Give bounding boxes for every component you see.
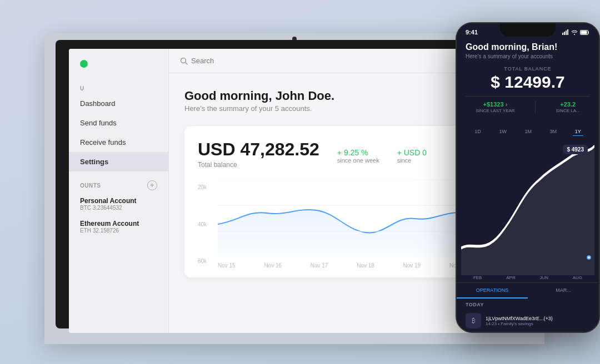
balance-stat1-block: + 9.25 % since one week	[337, 148, 379, 164]
phone-overlay: 9:41 Good morning, Brian! Here's a summa…	[456, 22, 600, 333]
chart-y-label-40k: 40k	[198, 221, 214, 228]
phone-stat1: +$1323 › SINCE LAST YEAR	[476, 101, 514, 113]
phone-battery-icon	[580, 30, 590, 35]
sidebar-accounts-header: OUNTS +	[69, 171, 168, 193]
phone-x-labels: FEB APR JUN AUG	[457, 275, 599, 282]
sidebar-item-receive-funds[interactable]: Receive funds	[69, 133, 168, 152]
phone-tab-operations[interactable]: OPERATIONS	[457, 283, 528, 299]
balance-stat1-value: + 9.25 %	[337, 148, 379, 157]
chart-x-label-0: Nov 15	[218, 262, 236, 269]
phone-chart-dot	[587, 255, 591, 260]
svg-line-1	[186, 62, 188, 64]
phone-status-icons	[562, 29, 590, 36]
sidebar-account-personal[interactable]: Personal Account BTC 3.23644532	[69, 193, 168, 215]
phone-notch	[500, 23, 556, 37]
balance-main-block: USD 47,282.52 Total balance	[198, 139, 319, 169]
balance-stat2-value: + USD 0	[397, 148, 427, 157]
phone-stat2-label: SINCE LA...	[556, 108, 580, 113]
phone-chart-area: $ 4923	[457, 139, 599, 275]
phone-tab-mar[interactable]: MAR...	[528, 283, 599, 299]
sidebar-logo	[69, 60, 168, 81]
phone-tx-name: 1jLVpwtNMfXWadEe3rE...(+3)	[486, 316, 590, 321]
sidebar-add-account-button[interactable]: +	[147, 180, 157, 190]
phone-tx-info: 1jLVpwtNMfXWadEe3rE...(+3) 14:23 • Famil…	[486, 316, 590, 326]
chart-y-label-60k: 60k	[198, 258, 214, 264]
phone-signal-icon	[562, 29, 569, 35]
balance-main-label: Total balance	[198, 161, 319, 169]
svg-rect-9	[567, 29, 568, 35]
chart-y-labels: 60k 40k 20k	[198, 180, 214, 269]
chart-x-label-3: Nov 18	[357, 262, 374, 269]
sidebar-accounts-label: OUNTS	[80, 183, 101, 189]
phone-period-1w[interactable]: 1W	[497, 128, 509, 136]
balance-stat2-label: since	[397, 157, 427, 164]
phone-stat1-label: SINCE LAST YEAR	[476, 108, 514, 113]
phone-period-row: 1D 1W 1M 3M 1Y	[457, 122, 599, 139]
chart-x-label-2: Nov 17	[311, 262, 328, 269]
chart-x-label-4: Nov 19	[403, 262, 421, 269]
phone-x-feb: FEB	[473, 275, 482, 280]
sidebar-account-personal-sub: BTC 3.23644532	[80, 205, 157, 211]
phone-time: 9:41	[466, 29, 478, 36]
greeting-text-block: Good morning, John Doe. Here's the summa…	[184, 89, 334, 113]
phone-greeting: Good morning, Brian!	[466, 42, 590, 52]
phone-stat1-value: +$1323 ›	[476, 101, 514, 108]
phone-stats-row: +$1323 › SINCE LAST YEAR +23.2 SINCE LA.…	[466, 96, 590, 113]
search-input[interactable]	[191, 57, 284, 65]
phone-balance: $ 12499.7	[466, 73, 590, 92]
phone-tx-icon: ₿	[466, 313, 481, 328]
svg-point-10	[574, 34, 575, 35]
balance-stat2-block: + USD 0 since	[397, 148, 427, 164]
greeting-title: Good morning, John Doe.	[184, 89, 334, 103]
phone-sub: Here's a summary of your accounts	[466, 53, 590, 59]
phone-price-badge: $ 4923	[563, 145, 588, 154]
chart-x-label-1: Nov 16	[264, 262, 282, 269]
phone-x-jun: JUN	[539, 275, 548, 280]
greeting-subtitle: Here's the summary of your 5 accounts.	[184, 104, 334, 113]
chart-y-label-20k: 20k	[198, 184, 214, 190]
sidebar-account-ethereum-sub: ETH 32.158726	[80, 228, 157, 234]
balance-stat1-label: since one week	[337, 157, 379, 164]
phone-wifi-icon	[571, 30, 578, 35]
svg-rect-12	[581, 31, 587, 34]
phone-period-3m[interactable]: 3M	[548, 128, 559, 136]
sidebar: U Dashboard Send funds Receive funds Set…	[69, 49, 169, 333]
phone-period-1y[interactable]: 1Y	[573, 128, 583, 136]
phone-tabs: OPERATIONS MAR...	[457, 282, 599, 299]
phone-total-label: TOTAL BALANCE	[466, 66, 590, 72]
sidebar-account-personal-name: Personal Account	[80, 197, 157, 205]
sidebar-item-send-funds[interactable]: Send funds	[69, 113, 168, 133]
phone-screen: 9:41 Good morning, Brian! Here's a summa…	[457, 23, 599, 332]
phone-stat2: +23.2 SINCE LA...	[556, 101, 580, 113]
phone-stat2-value: +23.2	[556, 101, 580, 108]
phone-period-1d[interactable]: 1D	[472, 128, 483, 136]
sidebar-account-ethereum-name: Ethereum Account	[80, 220, 157, 228]
phone-header: Good morning, Brian! Here's a summary of…	[457, 38, 599, 122]
phone-x-apr: APR	[506, 275, 515, 280]
phone-tx-time: 14:23 • Family's savings	[486, 321, 590, 326]
phone-today-label: TODAY	[457, 299, 599, 310]
search-icon	[180, 57, 188, 65]
balance-main-value: USD 47,282.52	[198, 139, 319, 160]
sidebar-account-ethereum[interactable]: Ethereum Account ETH 32.158726	[69, 215, 168, 238]
svg-rect-6	[562, 33, 563, 35]
logo-dot-icon	[80, 60, 88, 68]
sidebar-item-settings[interactable]: Settings	[69, 152, 168, 171]
phone-tx-item[interactable]: ₿ 1jLVpwtNMfXWadEe3rE...(+3) 14:23 • Fam…	[457, 310, 599, 332]
svg-rect-8	[566, 31, 567, 35]
phone-period-1m[interactable]: 1M	[522, 128, 534, 136]
phone-x-aug: AUG	[573, 275, 582, 280]
sidebar-section-label: U	[69, 81, 168, 94]
sidebar-item-dashboard[interactable]: Dashboard	[69, 94, 168, 113]
svg-rect-7	[564, 32, 565, 35]
search-icon-wrap	[180, 57, 284, 65]
